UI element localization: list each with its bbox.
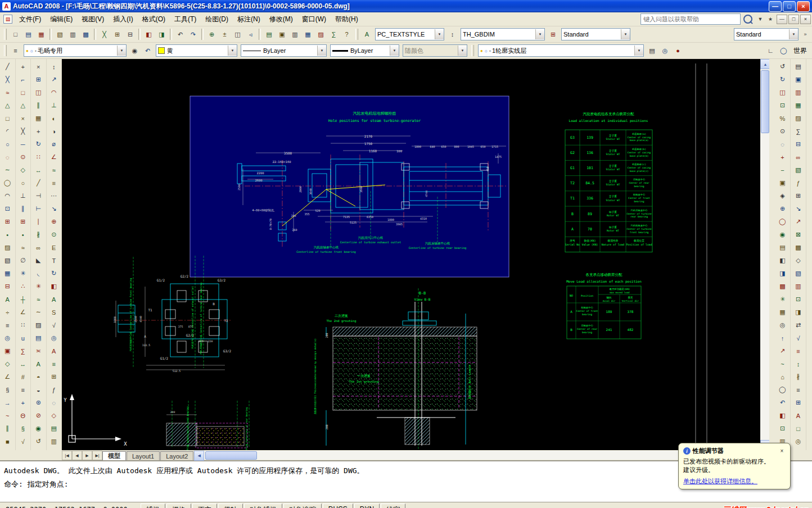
status-toggle-0[interactable]: 捕捉 <box>141 504 165 508</box>
canvas-vertical-scrollbar[interactable]: ▲ ▼ <box>760 59 769 450</box>
break-at-point-icon[interactable]: ∣ <box>32 215 45 228</box>
publish-icon[interactable]: ▩ <box>79 28 92 41</box>
make-object-layer-current-icon[interactable]: ◉ <box>128 44 141 57</box>
layer-combo[interactable]: ● ☼ ▪ 毛旸专用▼ <box>24 44 127 57</box>
edit-array-icon[interactable]: ▤ <box>32 332 45 344</box>
isolate-icon[interactable]: ◉ <box>32 422 45 435</box>
import-icon[interactable]: ↘ <box>792 202 805 215</box>
cut-icon[interactable]: ╳ <box>98 28 111 41</box>
zoom-dynamic-icon[interactable]: ⊡ <box>776 99 789 112</box>
save-icon[interactable]: ▦ <box>35 28 48 41</box>
dim-style-icon[interactable]: ↕ <box>446 28 459 41</box>
revcloud-2-icon[interactable]: ◌ <box>47 396 60 409</box>
sheet-set-icon[interactable]: ▦ <box>792 99 805 112</box>
color-combo[interactable]: 黄▼ <box>156 44 237 57</box>
scale-text-icon[interactable]: A <box>47 344 60 357</box>
star-icon[interactable]: ★ <box>766 15 775 24</box>
wipeout-icon[interactable]: ◇ <box>1 357 14 370</box>
motion-path-icon[interactable]: ~ <box>776 357 789 370</box>
quickcalc-2-icon[interactable]: ∑ <box>792 125 805 138</box>
id-point-icon[interactable]: + <box>16 396 29 409</box>
revision-cloud-icon[interactable]: ◌ <box>1 151 14 164</box>
zoom-extents-icon[interactable]: ◈ <box>776 189 789 202</box>
materials-icon[interactable]: ▦ <box>776 306 789 319</box>
redraw-icon[interactable]: ↺ <box>776 60 789 73</box>
boundary-icon[interactable]: ▣ <box>1 344 14 357</box>
ucs-previous-icon[interactable]: ↶ <box>776 396 789 409</box>
dim-aligned-icon[interactable]: ↗ <box>47 73 60 86</box>
3d-polyline-icon[interactable]: ∠ <box>1 370 14 383</box>
tool-palettes-icon[interactable]: ▥ <box>288 28 301 41</box>
layer-filter-combo[interactable]: ● ☼ ▪ 1轮廓实线层▼ <box>478 44 644 57</box>
explode-icon[interactable]: ✳ <box>32 280 45 293</box>
clean-screen-icon[interactable]: □ <box>792 422 805 435</box>
dim-edit-icon[interactable]: E <box>47 241 60 254</box>
rectangle-icon[interactable]: □ <box>1 112 14 125</box>
dim-diameter-icon[interactable]: ⌀ <box>47 138 60 151</box>
layer-previous-icon[interactable]: ↶ <box>141 44 154 57</box>
3d-dwf-icon[interactable]: ◇ <box>792 254 805 267</box>
measure-icon[interactable]: ≡ <box>1 319 14 332</box>
drawing-canvas[interactable]: 汽轮发电机组各支承点载荷分配Load allocation at individ… <box>62 59 760 450</box>
draworder-front-icon[interactable]: ◓ <box>32 370 45 383</box>
osnap-settings-icon[interactable]: ✳ <box>16 267 29 280</box>
snap-none-icon[interactable]: ∅ <box>16 254 29 267</box>
help-search-input[interactable] <box>640 13 741 25</box>
layer-properties-icon[interactable]: ≡ <box>9 44 22 57</box>
page-setup-icon[interactable]: ▥ <box>792 280 805 293</box>
dim-break-icon[interactable]: ∦ <box>792 370 805 383</box>
chevron-down-icon[interactable]: ▼ <box>756 15 765 24</box>
plot-icon[interactable]: ▧ <box>53 28 66 41</box>
snap-tangent-icon[interactable]: ○ <box>16 176 29 189</box>
etransmit-icon[interactable]: ⊠ <box>792 228 805 241</box>
line-icon[interactable]: ╱ <box>1 60 14 73</box>
qnew-icon[interactable]: □ <box>9 28 22 41</box>
sketch-icon[interactable]: ~ <box>1 409 14 422</box>
3d-views-icon[interactable]: ▤ <box>776 241 789 254</box>
properties-icon[interactable]: ▤ <box>263 28 276 41</box>
helix-icon[interactable]: § <box>1 383 14 396</box>
open-icon[interactable]: ▤ <box>22 28 35 41</box>
world-icon-icon[interactable]: ◯ <box>777 44 790 57</box>
zoom-realtime-icon[interactable]: ± <box>218 28 231 41</box>
multileader-icon[interactable]: ↘ <box>47 202 60 215</box>
construction-line-icon[interactable]: ╳ <box>1 73 14 86</box>
paste-icon[interactable]: ⊟ <box>124 28 137 41</box>
shade-icon[interactable]: ◨ <box>776 267 789 280</box>
snap-nearest-icon[interactable]: ≈ <box>16 241 29 254</box>
edit-spline-icon[interactable]: ∼ <box>32 306 45 319</box>
polygon-icon[interactable]: △ <box>1 99 14 112</box>
temporary-tracking-icon[interactable]: + <box>16 60 29 73</box>
plotter-manager-icon[interactable]: ⊡ <box>792 293 805 306</box>
units-icon[interactable]: u <box>16 332 29 344</box>
ellipse-arc-icon[interactable]: ◠ <box>1 189 14 202</box>
dim-jogged-icon[interactable]: ◑ <box>47 125 60 138</box>
object-track-icon[interactable]: ∷ <box>16 319 29 332</box>
rotate-icon[interactable]: ↻ <box>32 138 45 151</box>
status-toggle-4[interactable]: 对象捕捉 <box>244 504 282 508</box>
linetype-combo[interactable]: ByLayer▼ <box>241 44 327 57</box>
list-icon[interactable]: ≡ <box>16 383 29 396</box>
horizontal-scroll-thumb[interactable] <box>205 451 257 460</box>
wipeout-2-icon[interactable]: ◇ <box>47 409 60 422</box>
mdi-restore-button[interactable]: □ <box>788 15 799 24</box>
zoom-window-icon[interactable]: ◫ <box>231 28 244 41</box>
vertical-scroll-thumb[interactable] <box>761 70 769 133</box>
menu-item-5[interactable]: 工具(T) <box>170 13 201 25</box>
status-toggle-5[interactable]: 对象追踪 <box>283 504 322 508</box>
undo-icon[interactable]: ↶ <box>174 28 187 41</box>
zoom-object-icon[interactable]: ◌ <box>776 138 789 151</box>
distance-icon[interactable]: ↔ <box>16 357 29 370</box>
multiline-icon[interactable]: ∥ <box>1 422 14 435</box>
layer-isolate-icon[interactable]: ◎ <box>658 44 671 57</box>
ucs-face-icon[interactable]: ◧ <box>776 409 789 422</box>
ungroup-icon[interactable]: ⊘ <box>32 409 45 422</box>
designcenter-2-icon[interactable]: ▣ <box>792 73 805 86</box>
offset-icon[interactable]: ∥ <box>32 99 45 112</box>
toolbar-grip[interactable] <box>471 45 474 56</box>
workspace-icon[interactable]: ◎ <box>792 435 805 448</box>
publish-2-icon[interactable]: ▩ <box>792 241 805 254</box>
block-editor-icon[interactable]: ◨ <box>155 28 168 41</box>
regen-all-icon[interactable]: ↻ <box>776 73 789 86</box>
spell-check-icon[interactable]: √ <box>47 319 60 332</box>
